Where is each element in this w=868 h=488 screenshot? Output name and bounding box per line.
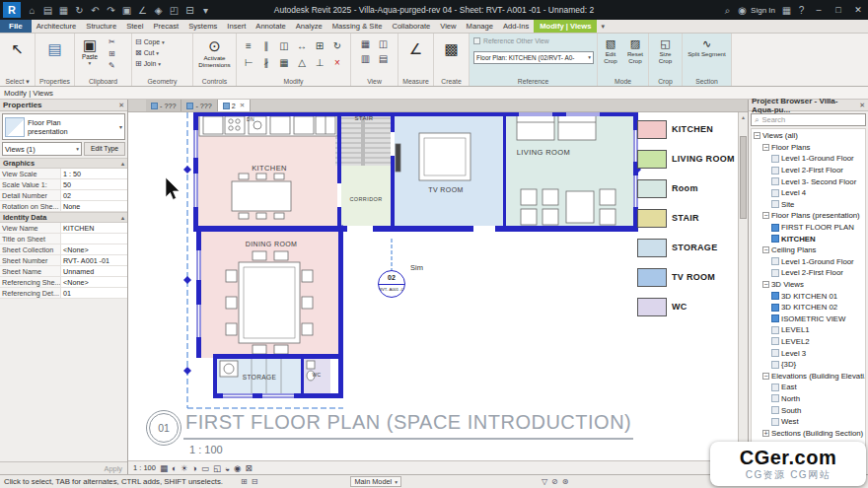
cope-button[interactable]: ⊟ Cope ▾ — [132, 36, 192, 47]
tree-item-elevations-building-elevati[interactable]: −Elevations (Building Elevati... — [752, 370, 865, 382]
property-row-view-name[interactable]: View NameKITCHEN — [0, 223, 127, 234]
redo-icon[interactable]: ↷ — [104, 3, 118, 18]
detail-level-icon[interactable]: ▦ — [160, 462, 168, 474]
view-tab-1[interactable]: - ??? — [146, 100, 181, 111]
trim-icon[interactable]: ⊢ — [240, 55, 257, 72]
property-row-rotation-on-she[interactable]: Rotation on She...None — [0, 201, 127, 212]
ribbon-tab-annotate[interactable]: Annotate — [251, 20, 290, 33]
copy-icon[interactable]: ⊞ — [108, 49, 115, 58]
property-row-detail-number[interactable]: Detail Number02 — [0, 190, 127, 201]
tree-item-site[interactable]: Site — [752, 199, 865, 211]
ribbon-minimize-icon[interactable]: ▾ — [597, 20, 609, 33]
tree-item-level-1-ground-floor[interactable]: Level 1-Ground Floor — [752, 153, 865, 165]
tree-item-floor-plans-presentation[interactable]: −Floor Plans (presentation) — [752, 210, 865, 222]
ribbon-tab-insert[interactable]: Insert — [222, 20, 251, 33]
expander-icon[interactable]: − — [762, 212, 769, 219]
property-group-identity-data[interactable]: Identity Data▴ — [0, 212, 127, 223]
view-scale-control[interactable]: 1 : 100 — [133, 463, 156, 472]
worksets-icon[interactable]: ⊞ — [241, 477, 248, 486]
cut-profile-icon[interactable]: ▥ — [357, 54, 375, 69]
edit-crop-button[interactable]: ▧ Edit Crop — [599, 37, 623, 64]
crop-grip[interactable] — [183, 276, 191, 284]
tree-item-sections-building-section[interactable]: +Sections (Building Section) — [752, 427, 865, 439]
ribbon-tab-systems[interactable]: Systems — [183, 20, 222, 33]
workset-select[interactable]: Main Model ▾ — [350, 476, 400, 487]
visual-style-icon[interactable]: ◐ — [172, 462, 177, 474]
move-icon[interactable]: ↔ — [293, 38, 311, 55]
array-icon[interactable]: ▦ — [275, 55, 293, 72]
revit-logo-icon[interactable]: R — [3, 2, 21, 18]
panel-select-label[interactable]: Select ▾ — [0, 77, 35, 86]
file-tab[interactable]: File — [0, 20, 32, 33]
crop-view-icon[interactable]: ▭ — [201, 462, 209, 474]
property-row-referencing-det[interactable]: Referencing Det...01 — [0, 288, 127, 299]
ribbon-tab-structure[interactable]: Structure — [81, 20, 121, 33]
ribbon-tab-massing-site[interactable]: Massing & Site — [327, 20, 388, 33]
property-group-graphics[interactable]: Graphics▴ — [0, 158, 127, 169]
ribbon-tab-architecture[interactable]: Architecture — [32, 20, 82, 33]
mirror-icon[interactable]: ◫ — [275, 38, 293, 55]
paste-icon[interactable]: ▣ — [77, 36, 103, 53]
view-tab-2[interactable]: - ??? — [181, 100, 217, 111]
property-row-sheet-number[interactable]: Sheet NumberRVT- A001 -01 — [0, 255, 127, 266]
match-type-icon[interactable]: ✎ — [108, 61, 115, 70]
properties-header[interactable]: Properties ✕ — [0, 100, 127, 111]
tree-item-level1[interactable]: LEVEL1 — [752, 324, 865, 336]
expander-icon[interactable]: − — [762, 281, 769, 288]
temporary-hide-icon[interactable]: ◒ — [225, 462, 230, 474]
type-selector[interactable]: Floor Plan presentation ▾ — [2, 113, 125, 140]
tree-item-level2[interactable]: LEVEL2 — [752, 336, 865, 348]
reference-other-view-checkbox[interactable]: Reference Other View — [473, 37, 549, 44]
activate-dimensions-label[interactable]: Activate Dimensions — [193, 54, 236, 68]
thin-lines-icon[interactable]: ▦ — [357, 39, 375, 54]
align-icon[interactable]: ≡ — [240, 38, 257, 55]
split-icon[interactable]: ∦ — [257, 55, 275, 72]
restore-button[interactable]: □ — [829, 0, 848, 20]
edit-type-button[interactable]: Edit Type — [84, 142, 125, 156]
join-button[interactable]: ⊞ Join ▾ — [132, 58, 192, 69]
create-tool-icon[interactable]: ▩ — [434, 40, 469, 57]
open-icon[interactable]: ▤ — [40, 3, 55, 18]
scale-icon[interactable]: △ — [293, 55, 311, 72]
expander-icon[interactable]: − — [754, 132, 760, 139]
close-tab-icon[interactable]: ✕ — [240, 102, 245, 109]
sign-in-button[interactable]: Sign In — [751, 6, 775, 15]
browser-search-input[interactable]: ⌕ Search — [751, 113, 866, 126]
scroll-up-icon[interactable]: ▲ — [739, 112, 748, 122]
print-icon[interactable]: ▣ — [119, 3, 134, 18]
apps-icon[interactable]: ▦ — [779, 3, 794, 18]
tree-item-3d-views[interactable]: −3D Views — [752, 279, 865, 291]
minimize-button[interactable]: – — [809, 0, 829, 20]
property-row-title-on-sheet[interactable]: Title on Sheet — [0, 234, 127, 244]
sun-path-icon[interactable]: ☀ — [181, 462, 188, 474]
tree-item-level-2-first-floor[interactable]: Level 2-First Floor — [752, 165, 865, 176]
apply-button[interactable]: Apply — [105, 464, 123, 473]
ribbon-tab-add-ins[interactable]: Add-Ins — [498, 20, 534, 33]
property-row-scale-value-1[interactable]: Scale Value 1:50 — [0, 179, 127, 190]
qat-menu-icon[interactable]: ▾ — [198, 3, 213, 18]
ribbon-tab-precast[interactable]: Precast — [148, 20, 183, 33]
user-icon[interactable]: ◉ — [735, 3, 750, 18]
ribbon-tab-steel[interactable]: Steel — [121, 20, 148, 33]
shadows-icon[interactable]: ◑ — [192, 462, 197, 474]
reference-view-dropdown[interactable]: Floor Plan: KITCHEN (02/RVT- A0- ▾ — [473, 51, 594, 64]
reset-crop-button[interactable]: ▨ Reset Crop — [623, 37, 648, 64]
help-icon[interactable]: ? — [794, 3, 809, 18]
3d-view-icon[interactable]: ◰ — [167, 3, 181, 18]
delete-icon[interactable]: × — [328, 55, 346, 72]
crop-grip[interactable] — [183, 166, 191, 174]
sync-icon[interactable]: ↻ — [72, 3, 87, 18]
chevron-down-icon[interactable]: ▾ — [119, 123, 122, 130]
select-settings-icon[interactable]: ⊛ — [562, 477, 569, 486]
close-icon[interactable]: ✕ — [859, 102, 865, 109]
tree-item-north[interactable]: North — [752, 393, 865, 405]
activate-dimensions-icon[interactable]: ⊙ — [193, 37, 236, 54]
tree-item-level-2-first-floor[interactable]: Level 2-First Floor — [752, 267, 865, 279]
ribbon-tab-view[interactable]: View — [435, 20, 461, 33]
view-tab-3[interactable]: 2✕ — [218, 100, 251, 111]
tree-item-views-all[interactable]: −Views (all) — [752, 130, 865, 142]
chevron-down-icon[interactable]: ▾ — [77, 60, 103, 66]
tree-item-west[interactable]: West — [752, 416, 865, 428]
ribbon-tab-manage[interactable]: Manage — [462, 20, 498, 33]
ribbon-tab-analyze[interactable]: Analyze — [291, 20, 327, 33]
